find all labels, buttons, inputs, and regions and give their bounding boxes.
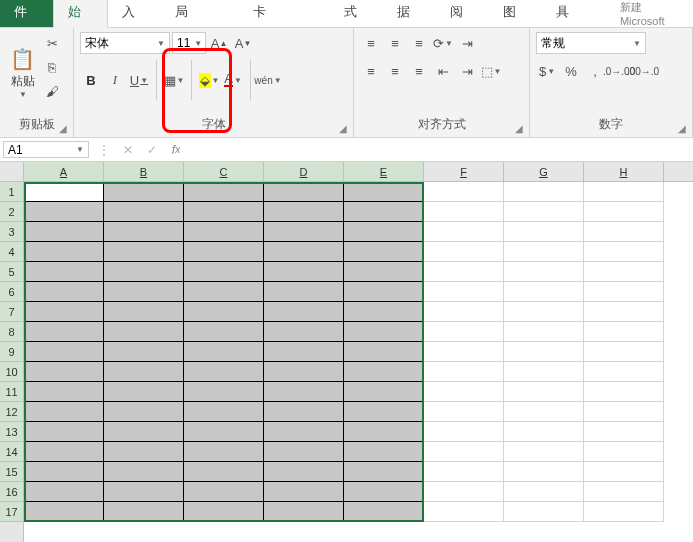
cell-B13[interactable] [104,422,184,442]
tab-insert[interactable]: 插入 [108,0,161,27]
cell-D1[interactable] [264,182,344,202]
cell-G7[interactable] [504,302,584,322]
tab-new-tab[interactable]: 新建选项卡 [239,0,330,27]
cell-A7[interactable] [24,302,104,322]
row-header-6[interactable]: 6 [0,282,23,302]
cell-H11[interactable] [584,382,664,402]
cell-H16[interactable] [584,482,664,502]
cell-C16[interactable] [184,482,264,502]
cell-H13[interactable] [584,422,664,442]
cell-D4[interactable] [264,242,344,262]
cell-A3[interactable] [24,222,104,242]
italic-button[interactable]: I [104,69,126,91]
cell-E8[interactable] [344,322,424,342]
cell-A2[interactable] [24,202,104,222]
cell-G3[interactable] [504,222,584,242]
percent-format-button[interactable]: % [560,60,582,82]
cell-B6[interactable] [104,282,184,302]
cell-H4[interactable] [584,242,664,262]
row-header-11[interactable]: 11 [0,382,23,402]
column-header-G[interactable]: G [504,162,584,181]
row-header-12[interactable]: 12 [0,402,23,422]
align-center-button[interactable]: ≡ [384,60,406,82]
cell-A15[interactable] [24,462,104,482]
cell-F6[interactable] [424,282,504,302]
font-launcher[interactable]: ◢ [339,123,351,135]
cell-G2[interactable] [504,202,584,222]
cell-H10[interactable] [584,362,664,382]
cell-C17[interactable] [184,502,264,522]
cell-E2[interactable] [344,202,424,222]
cell-B14[interactable] [104,442,184,462]
column-header-C[interactable]: C [184,162,264,181]
merge-button[interactable]: ⬚▼ [480,60,502,82]
font-size-select[interactable]: 11 ▼ [172,32,206,54]
cell-D9[interactable] [264,342,344,362]
cell-B7[interactable] [104,302,184,322]
wrap-text-button[interactable]: ⇥ [456,32,478,54]
cell-A6[interactable] [24,282,104,302]
cell-C6[interactable] [184,282,264,302]
cell-E15[interactable] [344,462,424,482]
row-header-9[interactable]: 9 [0,342,23,362]
cell-D8[interactable] [264,322,344,342]
cell-H7[interactable] [584,302,664,322]
cell-D11[interactable] [264,382,344,402]
cell-D16[interactable] [264,482,344,502]
cell-G13[interactable] [504,422,584,442]
cell-H9[interactable] [584,342,664,362]
cell-F14[interactable] [424,442,504,462]
cell-C13[interactable] [184,422,264,442]
column-header-B[interactable]: B [104,162,184,181]
tab-pdf[interactable]: PDF工具 [542,0,620,27]
cell-F5[interactable] [424,262,504,282]
cell-E7[interactable] [344,302,424,322]
cell-E6[interactable] [344,282,424,302]
cancel-button[interactable]: ⋮ [92,138,116,161]
cell-B15[interactable] [104,462,184,482]
clipboard-launcher[interactable]: ◢ [59,123,71,135]
tab-data[interactable]: 数据 [383,0,436,27]
tab-home[interactable]: 开始 [53,0,108,28]
bold-button[interactable]: B [80,69,102,91]
cell-H14[interactable] [584,442,664,462]
cell-F15[interactable] [424,462,504,482]
cell-E4[interactable] [344,242,424,262]
cell-G4[interactable] [504,242,584,262]
cell-D17[interactable] [264,502,344,522]
cell-B5[interactable] [104,262,184,282]
font-color-button[interactable]: A▼ [222,69,244,91]
alignment-launcher[interactable]: ◢ [515,123,527,135]
cell-A14[interactable] [24,442,104,462]
cell-E12[interactable] [344,402,424,422]
tab-view[interactable]: 视图 [489,0,542,27]
cancel-x-button[interactable]: ✕ [116,138,140,161]
select-all-corner[interactable] [0,162,23,182]
align-top-button[interactable]: ≡ [360,32,382,54]
cell-F11[interactable] [424,382,504,402]
cell-B11[interactable] [104,382,184,402]
cell-F9[interactable] [424,342,504,362]
cell-A5[interactable] [24,262,104,282]
cell-D14[interactable] [264,442,344,462]
cell-F17[interactable] [424,502,504,522]
cell-E3[interactable] [344,222,424,242]
cell-B2[interactable] [104,202,184,222]
cell-A17[interactable] [24,502,104,522]
cell-D13[interactable] [264,422,344,442]
cell-B4[interactable] [104,242,184,262]
cells-area[interactable] [24,182,693,522]
cell-D5[interactable] [264,262,344,282]
cell-B12[interactable] [104,402,184,422]
row-header-14[interactable]: 14 [0,442,23,462]
row-header-13[interactable]: 13 [0,422,23,442]
copy-button[interactable]: ⎘ [41,56,63,78]
tab-review[interactable]: 审阅 [436,0,489,27]
cell-A9[interactable] [24,342,104,362]
cell-G16[interactable] [504,482,584,502]
decrease-font-button[interactable]: A▼ [232,32,254,54]
cell-G17[interactable] [504,502,584,522]
cell-D6[interactable] [264,282,344,302]
column-header-F[interactable]: F [424,162,504,181]
cell-G10[interactable] [504,362,584,382]
